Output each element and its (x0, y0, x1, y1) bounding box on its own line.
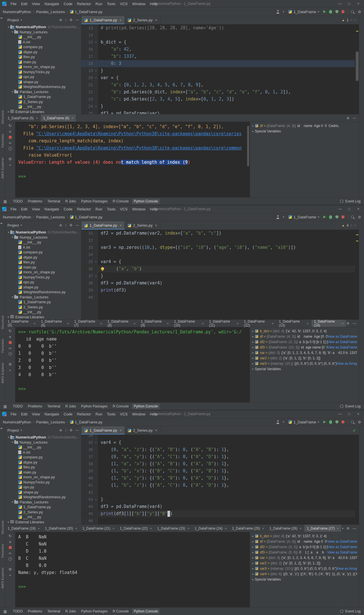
rerun-icon[interactable]: ↻ (9, 124, 12, 128)
statusbar-item-r-console[interactable]: R Console (111, 198, 131, 204)
chevron-right-icon[interactable]: ▸ (251, 551, 255, 554)
statusbar-item-todo[interactable]: TODO (11, 608, 24, 614)
tool-strip-label-structure[interactable]: Structure (1, 110, 4, 124)
expand-collapse-icon[interactable]: ↕ (65, 429, 67, 432)
chevron-right-icon[interactable]: ▸ (251, 562, 255, 565)
code-line[interactable]: "c": pd.Series([2, 3, 4, 5], index=[0, 1… (101, 96, 355, 103)
close-tab-icon[interactable]: × (155, 224, 157, 227)
code-line[interactable]: df2 = pd.DataFrame(var2, index=["a", "b"… (101, 230, 355, 237)
special-variables-row[interactable]: ▸Special Variables (250, 577, 359, 582)
editor-scrollbar-thumb[interactable] (356, 52, 359, 81)
view-as-link[interactable]: View as DataFrame (327, 335, 357, 339)
tree-item-main-py[interactable]: main.py (5, 470, 81, 475)
tree-item-files-py[interactable]: files.py (5, 465, 81, 470)
stop-console-icon[interactable] (9, 136, 12, 139)
tree-item-numpytricks-py[interactable]: NumpyTricks.py (5, 480, 81, 485)
tool-strip-label-aws-explorer[interactable]: AWS Explorer (1, 157, 4, 178)
tree-item-weightedrandomness-py[interactable]: WeightedRandomness.py (5, 495, 81, 500)
breadcrumb-item-1-dataframe-py[interactable]: 1_DataFrame.py (70, 215, 102, 219)
tree-item-more-on-shape-py[interactable]: more_on_shape.py (5, 64, 81, 69)
coverage-button[interactable] (335, 10, 338, 13)
hide-console-icon[interactable]: — (353, 527, 356, 530)
view-as-link[interactable]: View as Array (336, 567, 357, 571)
tree-item-2-series-py[interactable]: 2_Series.py (5, 305, 81, 310)
variable-row-b-dict[interactable]: ▸b_dict = {dict: 4}{'a': 42, 'b': 1337, … (250, 328, 359, 334)
breadcrumb-item-numericalpython[interactable]: NumericalPython (3, 10, 31, 14)
close-tab-icon[interactable]: × (71, 116, 73, 120)
expand-collapse-icon[interactable]: ↕ (65, 224, 67, 227)
console-tab-1-dataframe-24[interactable]: 1_DataFrame (24)× (192, 525, 229, 532)
debug-button[interactable] (329, 420, 332, 424)
fold-marker-icon[interactable]: ∨ (95, 74, 97, 81)
menu-item-refactor[interactable]: Refactor (75, 1, 93, 7)
statusbar-item-terminal[interactable]: Terminal (45, 403, 62, 409)
statusbar-item-r-jobs[interactable]: R Jobs (63, 198, 78, 204)
stop-button[interactable] (342, 10, 344, 13)
menu-item-file[interactable]: File (8, 411, 19, 417)
prev-issue-icon[interactable]: ˄ (351, 224, 352, 227)
menu-item-navigate[interactable]: Navigate (42, 411, 61, 417)
close-tab-icon[interactable]: × (120, 18, 122, 22)
code-line[interactable]: "b": pd.Series(b_dict, index=["a", "b", … (101, 89, 355, 96)
user-dropdown-icon[interactable]: ▾ (283, 421, 284, 423)
chevron-right-icon[interactable]: ▸ (7, 315, 10, 318)
view-as-link[interactable]: View as DataFrame (327, 345, 357, 349)
event-log-label[interactable]: Event Log (345, 199, 361, 203)
debug-button[interactable] (329, 10, 332, 14)
statusbar-item-python-console[interactable]: Python Console (132, 403, 160, 409)
console-settings-gear-icon[interactable]: ⚙ (346, 322, 349, 325)
console-tab-1-dataframe-19[interactable]: 1_DataFrame (19)× (5, 525, 42, 532)
special-variables-row[interactable]: ▸Special Variables (250, 128, 359, 134)
chevron-down-icon[interactable]: ▾ (20, 429, 22, 432)
tree-item-numpy-lectures[interactable]: ▾Numpy_Lectures (5, 235, 81, 240)
history-icon[interactable] (9, 147, 12, 150)
close-tab-icon[interactable]: × (299, 527, 301, 530)
next-issue-icon[interactable]: ˅ (354, 18, 356, 22)
tool-strip-label-favorites[interactable]: Favorites (1, 544, 4, 558)
close-tab-icon[interactable]: × (155, 18, 157, 22)
close-tab-icon[interactable]: × (100, 322, 102, 325)
hide-panel-icon[interactable]: — (75, 429, 79, 432)
close-tab-icon[interactable]: × (187, 527, 189, 530)
tree-item-ops-py[interactable]: ops.py (5, 74, 81, 79)
view-as-link[interactable]: View as DataFrame (327, 550, 357, 554)
rerun-icon[interactable]: ↻ (9, 534, 12, 538)
coverage-button[interactable] (335, 420, 338, 424)
locate-file-icon[interactable]: ⊕ (59, 18, 62, 22)
prev-issue-icon[interactable]: ˄ (351, 18, 352, 22)
chevron-right-icon[interactable]: ▸ (251, 567, 255, 570)
menu-item-edit[interactable]: Edit (19, 1, 30, 7)
history-icon[interactable] (9, 557, 12, 561)
code-line[interactable]: (1, "b", "z"): {("A", "C"): 0, ("A", "D"… (101, 482, 355, 489)
tree-item-pandas-lectures[interactable]: ▾Pandas_Lectures (5, 89, 81, 95)
menu-item-file[interactable]: File (8, 1, 19, 7)
tool-strip-label-structure[interactable]: Structure (1, 315, 4, 329)
tree-item-numpy-lectures[interactable]: ▾Numpy_Lectures (5, 30, 81, 35)
menu-item-run[interactable]: Run (93, 1, 105, 7)
search-everywhere-icon[interactable] (351, 421, 354, 423)
close-tab-icon[interactable]: × (307, 322, 309, 325)
statusbar-item-python-packages[interactable]: Python Packages (79, 403, 109, 409)
chevron-right-icon[interactable]: ▸ (251, 330, 255, 333)
close-tab-icon[interactable]: × (67, 322, 69, 325)
chevron-right-icon[interactable]: ▸ (251, 341, 255, 343)
variable-row-var3[interactable]: ▸var3 = {ndarray: (10,)}[(0, 0, b'') (0,… (250, 566, 359, 571)
console-output[interactable]: >>> runfile('G:/Tuts/Archive/NumericalPy… (15, 327, 250, 402)
settings-gear-icon[interactable]: ⚙ (358, 215, 361, 219)
code-line[interactable]: ("a", "b") (98, 265, 355, 272)
chevron-right-icon[interactable]: ▸ (7, 520, 10, 523)
variable-row-var2[interactable]: ▸var2 = {dict: 2}{'a': [0, 1, 2], 'b': [… (250, 560, 359, 566)
view-as-link[interactable]: View as DataFrame (327, 545, 357, 549)
stop-console-icon[interactable] (9, 341, 12, 344)
variable-row-df2[interactable]: ▸df2 = {DataFrame: (3, 2)}a b [a 0 0] [b… (250, 339, 359, 345)
tree-item-compare-py[interactable]: compare.py (5, 250, 81, 255)
new-console-icon[interactable]: + (9, 573, 11, 577)
tree-item-pandas-lectures[interactable]: ▾Pandas_Lectures (5, 500, 81, 505)
tree-item-dtype-py[interactable]: dtype.py (5, 50, 81, 55)
menu-item-help[interactable]: Help (148, 206, 160, 212)
stop-button[interactable] (342, 216, 344, 218)
fold-marker-icon[interactable]: ∧ (95, 272, 97, 280)
user-icon[interactable] (276, 10, 280, 14)
editor-tab-2-series-py[interactable]: 2_Series.py× (125, 221, 160, 229)
code-line[interactable]: } (101, 67, 355, 74)
